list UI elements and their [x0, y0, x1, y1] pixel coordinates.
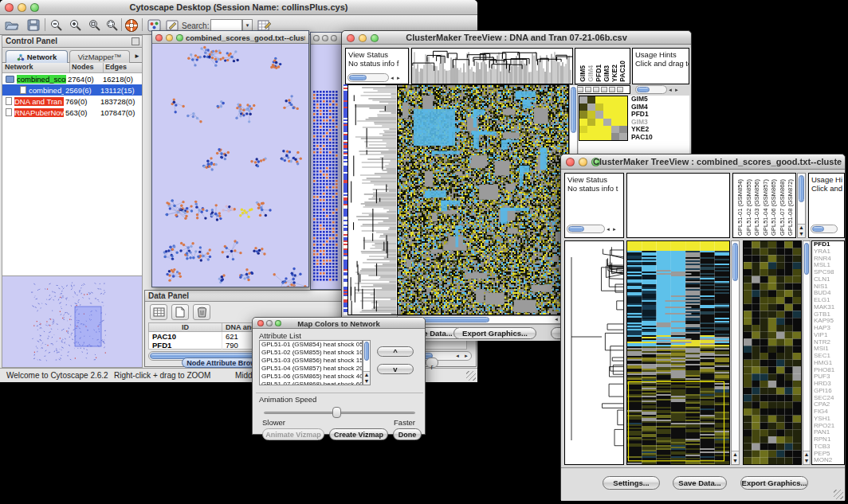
- tv1-hscroll-thumb[interactable]: [422, 317, 489, 322]
- scroll-down-icon[interactable]: ▼: [732, 458, 738, 463]
- minimize-button[interactable]: [166, 34, 173, 41]
- network-view-titlebar[interactable]: combined_scores_good.txt--cluste...: [152, 31, 308, 44]
- zoom-out-icon[interactable]: [48, 18, 64, 33]
- similarity-cell[interactable]: [595, 104, 603, 111]
- similarity-cell[interactable]: [611, 104, 619, 111]
- tv2-resize-grip[interactable]: [834, 490, 843, 499]
- tv2-gene-scrollbar[interactable]: ▲ ▼: [803, 240, 811, 465]
- tv2-column-label[interactable]: GPL51-06 (GSM865): [770, 179, 777, 236]
- attribute-list-item[interactable]: GPL51-07 (GSM868) heat shock 60 min: [260, 381, 362, 385]
- attribute-list-item[interactable]: GPL51-02 (GSM855) heat shock 10 min: [260, 349, 362, 357]
- tv2-hints-scrollbar[interactable]: [811, 225, 838, 233]
- similarity-cell[interactable]: [619, 111, 627, 118]
- similarity-cell[interactable]: [587, 119, 595, 126]
- attribute-table-icon[interactable]: [150, 304, 167, 320]
- tv2-vscrollbar[interactable]: ▲ ▼: [731, 240, 740, 465]
- network-tree-row[interactable]: RNAPuberNov2+563(0)107847(0): [2, 107, 142, 118]
- col-header-network[interactable]: Network: [2, 63, 70, 72]
- tv2-column-dendrogram-area[interactable]: [626, 173, 730, 238]
- network-tree-row[interactable]: DNA and Tran 07769(0)183728(0): [2, 96, 142, 107]
- scroll-right-icon[interactable]: ►: [395, 74, 402, 82]
- similarity-cell[interactable]: [587, 126, 595, 133]
- zoom-in-icon[interactable]: [67, 18, 83, 33]
- scroll-up-icon[interactable]: ▲: [732, 451, 738, 457]
- similarity-cell[interactable]: [619, 133, 627, 140]
- attribute-list-item[interactable]: GPL51-01 (GSM854) heat shock 05 min: [260, 341, 362, 349]
- similarity-cell[interactable]: [595, 119, 603, 126]
- attribute-list-item[interactable]: GPL51-06 (GSM865) heat shock 40 min: [260, 373, 362, 381]
- tab-vizmapper[interactable]: VizMapper™: [69, 50, 130, 63]
- background-window-titlebar[interactable]: [311, 33, 341, 45]
- network-tree-row[interactable]: combined_scores2764(0)16218(0): [2, 73, 142, 84]
- similarity-cell[interactable]: [611, 119, 619, 126]
- tv2-column-label[interactable]: GPL51-02 (GSM855): [745, 179, 752, 236]
- save-icon[interactable]: [26, 18, 41, 33]
- close-button[interactable]: [566, 158, 575, 166]
- scroll-right-icon[interactable]: ►: [611, 225, 618, 233]
- tv1-column-label[interactable]: PFD1: [595, 64, 603, 82]
- delete-attribute-icon[interactable]: [193, 304, 210, 320]
- similarity-cell[interactable]: [619, 96, 627, 104]
- similarity-cell[interactable]: [619, 126, 627, 133]
- tv2-column-label[interactable]: GPL51-04 (GSM857): [762, 179, 769, 236]
- similarity-cell[interactable]: [587, 104, 595, 111]
- tv1-hints-scrollbar[interactable]: ◄ ►: [635, 85, 680, 94]
- treeview-zoom-icon[interactable]: [593, 87, 599, 92]
- zoom-button[interactable]: [331, 35, 337, 41]
- attribute-list-item[interactable]: GPL51-04 (GSM857) heat shock 20 min: [260, 365, 362, 373]
- attribute-scroll-thumb[interactable]: [364, 342, 369, 361]
- network-canvas[interactable]: [152, 44, 308, 287]
- settings-button[interactable]: Settings...: [603, 476, 660, 490]
- move-up-button[interactable]: ^: [377, 346, 414, 357]
- minimize-button[interactable]: [322, 35, 328, 41]
- similarity-cell[interactable]: [595, 96, 603, 104]
- tv2-column-label[interactable]: GPL51-03 (GSM856): [753, 179, 760, 236]
- export-graphics-button[interactable]: Export Graphics...: [740, 476, 808, 490]
- tv2-status-scrollbar[interactable]: ◄ ►: [567, 225, 618, 233]
- treeview-zoom-icon[interactable]: [617, 87, 623, 92]
- similarity-cell[interactable]: [579, 119, 587, 126]
- zoom-button[interactable]: [176, 34, 183, 41]
- similarity-cell[interactable]: [619, 104, 627, 111]
- treeview-zoom-icon[interactable]: [585, 87, 591, 92]
- tv2-detail-heatmap[interactable]: [743, 240, 802, 465]
- animate-vizmap-button[interactable]: Animate Vizmap: [262, 428, 324, 440]
- similarity-cell[interactable]: [603, 111, 611, 118]
- similarity-cell[interactable]: [611, 111, 619, 118]
- tab-network[interactable]: Network: [6, 50, 68, 63]
- tv1-heatmap[interactable]: [397, 84, 569, 315]
- scroll-left-icon[interactable]: ◄: [554, 317, 559, 322]
- tv2-gene-dendrogram[interactable]: [564, 240, 624, 465]
- similarity-cell[interactable]: [579, 126, 587, 133]
- similarity-cell[interactable]: [587, 111, 595, 118]
- done-button[interactable]: Done: [393, 428, 422, 440]
- tv1-column-label[interactable]: GIM3: [603, 65, 610, 82]
- similarity-cell[interactable]: [611, 133, 619, 140]
- similarity-cell[interactable]: [611, 126, 619, 133]
- treeview-dna-titlebar[interactable]: ClusterMaker TreeView : DNA and Tran 07-…: [342, 31, 691, 45]
- similarity-cell[interactable]: [603, 96, 611, 104]
- treeview-combined-titlebar[interactable]: ClusterMaker TreeView : combined_scores_…: [561, 154, 845, 170]
- save-data-button[interactable]: Save Data...: [673, 476, 727, 490]
- tv1-similarity-matrix[interactable]: [579, 96, 628, 141]
- move-down-button[interactable]: v: [377, 364, 414, 374]
- search-dropdown-icon[interactable]: ▼: [242, 19, 253, 31]
- scroll-right-icon[interactable]: ►: [464, 354, 469, 358]
- similarity-cell[interactable]: [603, 133, 611, 140]
- tab-edge-attribute-fragment[interactable]: r: [426, 357, 438, 368]
- tv1-column-label[interactable]: PAC10: [618, 61, 626, 82]
- gene-list-item[interactable]: MON2: [812, 457, 844, 464]
- tab-more-icon[interactable]: ►: [134, 53, 140, 60]
- similarity-cell[interactable]: [579, 133, 587, 140]
- tv2-collabel-scrollbar[interactable]: ▲ ▼: [797, 173, 806, 238]
- similarity-cell[interactable]: [579, 104, 587, 111]
- tv2-gene-scroll-thumb[interactable]: [804, 243, 809, 275]
- help-icon[interactable]: [124, 18, 139, 33]
- scroll-left-icon[interactable]: ◄: [389, 74, 395, 82]
- treeview-zoom-icon[interactable]: [577, 87, 583, 92]
- create-vizmap-button[interactable]: Create Vizmap: [329, 428, 388, 440]
- minimize-button[interactable]: [579, 158, 587, 166]
- tv1-vscroll-thumb[interactable]: [571, 87, 576, 133]
- slider-thumb[interactable]: [332, 407, 341, 418]
- dialog-titlebar[interactable]: Map Colors to Network: [253, 318, 425, 329]
